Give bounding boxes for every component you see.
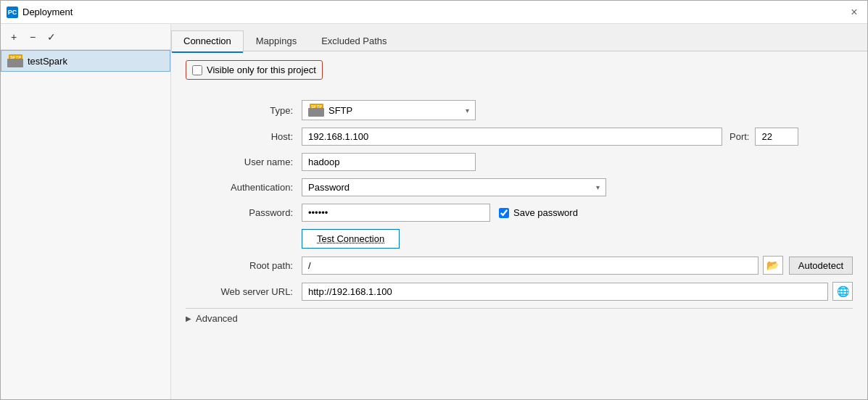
remove-server-button[interactable]: − — [25, 30, 40, 44]
close-button[interactable]: × — [847, 5, 861, 20]
type-sftp-icon: SFTP — [308, 104, 324, 117]
save-password-group: Save password — [499, 207, 578, 218]
username-label: User name: — [186, 157, 302, 167]
title-bar-left: PC Deployment — [7, 7, 73, 18]
root-path-label: Root path: — [186, 260, 302, 271]
port-label: Port: — [729, 131, 749, 142]
password-row: Password: Save password — [186, 204, 853, 222]
test-connection-row: Test Connection — [186, 229, 853, 249]
server-name: testSpark — [28, 56, 67, 67]
advanced-row[interactable]: ▶ Advanced — [186, 308, 853, 324]
save-password-label: Save password — [513, 207, 578, 218]
advanced-label: Advanced — [196, 313, 238, 324]
test-connection-button[interactable]: Test Connection — [302, 229, 400, 249]
root-path-row: Root path: 📂 Autodetect — [186, 256, 853, 275]
sftp-disk — [7, 59, 23, 67]
add-server-button[interactable]: + — [7, 30, 21, 44]
form-area: Visible only for this project Type: SFTP — [171, 51, 867, 399]
web-url-row: Web server URL: 🌐 — [186, 282, 853, 301]
password-inner-row: Save password — [302, 204, 853, 222]
test-btn-spacer — [186, 229, 302, 249]
sftp-icon: SFTP — [7, 54, 23, 67]
type-label: Type: — [186, 105, 302, 116]
username-row: User name: — [186, 153, 853, 171]
folder-icon: 📂 — [766, 259, 779, 271]
auth-control: Password ▾ — [302, 178, 853, 196]
deployment-dialog: PC Deployment × + − ✓ SFTP testSpark — [0, 0, 868, 400]
autodetect-button[interactable]: Autodetect — [789, 257, 853, 275]
port-group: Port: — [729, 128, 798, 146]
save-password-checkbox[interactable] — [499, 208, 509, 218]
advanced-arrow: ▶ — [186, 314, 191, 322]
tab-connection[interactable]: Connection — [171, 30, 244, 52]
type-control: SFTP SFTP ▾ — [302, 100, 853, 120]
web-url-control: 🌐 — [302, 282, 853, 301]
root-path-control: 📂 Autodetect — [302, 256, 853, 275]
username-control — [302, 153, 853, 171]
main-content: + − ✓ SFTP testSpark Connection Mapping — [1, 24, 867, 399]
tab-excluded-paths[interactable]: Excluded Paths — [309, 30, 399, 52]
folder-browse-button[interactable]: 📂 — [763, 256, 783, 275]
host-row: Host: Port: — [186, 128, 853, 146]
host-control: Port: — [302, 128, 853, 146]
server-item[interactable]: SFTP testSpark — [1, 50, 170, 72]
type-dropdown-arrow: ▾ — [466, 107, 469, 114]
type-row: Type: SFTP SFTP ▾ — [186, 100, 853, 120]
auth-dropdown-arrow: ▾ — [596, 183, 600, 191]
auth-dropdown[interactable]: Password ▾ — [302, 178, 606, 196]
port-input[interactable] — [755, 128, 798, 146]
visible-project-row: Visible only for this project — [186, 60, 323, 80]
type-dropdown[interactable]: SFTP SFTP ▾ — [302, 100, 476, 120]
sidebar-toolbar: + − ✓ — [1, 24, 170, 50]
host-input[interactable] — [302, 128, 722, 146]
title-bar: PC Deployment × — [1, 1, 867, 24]
globe-button[interactable]: 🌐 — [832, 282, 853, 301]
root-path-input[interactable] — [302, 257, 759, 275]
tabs-bar: Connection Mappings Excluded Paths — [171, 24, 867, 51]
dialog-title: Deployment — [22, 7, 73, 17]
type-value: SFTP — [328, 105, 352, 116]
visible-project-checkbox[interactable] — [192, 65, 202, 75]
web-url-group: 🌐 — [302, 282, 853, 301]
globe-icon: 🌐 — [837, 286, 849, 297]
visible-project-label: Visible only for this project — [207, 64, 316, 75]
web-url-label: Web server URL: — [186, 286, 302, 297]
auth-row: Authentication: Password ▾ — [186, 178, 853, 196]
host-label: Host: — [186, 131, 302, 142]
password-input[interactable] — [302, 204, 490, 222]
app-icon: PC — [7, 7, 18, 18]
sidebar: + − ✓ SFTP testSpark — [1, 24, 171, 399]
right-panel: Connection Mappings Excluded Paths Visib… — [171, 24, 867, 399]
auth-value: Password — [308, 182, 350, 193]
username-input[interactable] — [302, 153, 476, 171]
visible-project-container: Visible only for this project — [186, 60, 853, 90]
tab-mappings[interactable]: Mappings — [244, 30, 309, 52]
web-url-input[interactable] — [302, 283, 828, 301]
type-dropdown-inner: SFTP SFTP — [308, 104, 352, 117]
auth-label: Authentication: — [186, 182, 302, 193]
password-label: Password: — [186, 207, 302, 218]
password-control: Save password — [302, 204, 853, 222]
root-path-group: 📂 — [302, 256, 783, 275]
confirm-button[interactable]: ✓ — [44, 30, 59, 44]
